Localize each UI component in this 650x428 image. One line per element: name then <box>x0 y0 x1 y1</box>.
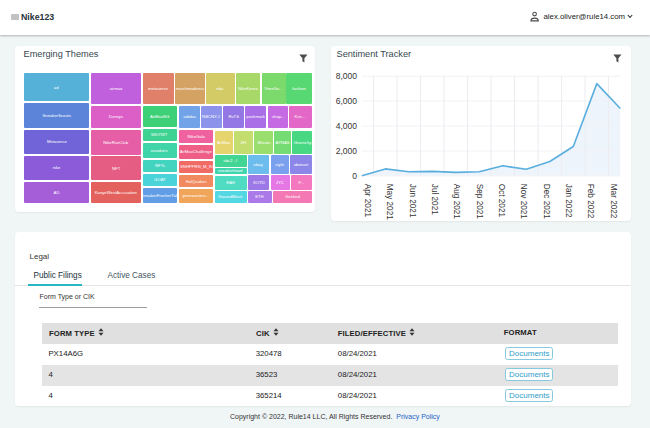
svg-text:Jan 2022: Jan 2022 <box>564 184 573 218</box>
svg-text:Mar 2022: Mar 2022 <box>609 184 618 219</box>
svg-text:Sep 2021: Sep 2021 <box>475 184 484 220</box>
svg-text:6,000: 6,000 <box>336 96 358 106</box>
svg-text:8,000: 8,000 <box>336 71 358 81</box>
svg-text:Nov 2021: Nov 2021 <box>519 184 528 219</box>
svg-text:May 2021: May 2021 <box>385 184 394 220</box>
svg-text:Apr 2021: Apr 2021 <box>363 184 372 218</box>
svg-text:Jul 2021: Jul 2021 <box>430 184 439 215</box>
svg-text:4,000: 4,000 <box>336 121 358 131</box>
svg-text:0: 0 <box>352 171 357 181</box>
svg-text:Oct 2021: Oct 2021 <box>497 184 506 218</box>
svg-text:Feb 2022: Feb 2022 <box>586 184 595 219</box>
svg-text:Jun 2021: Jun 2021 <box>408 184 417 218</box>
svg-text:Aug 2021: Aug 2021 <box>452 184 461 220</box>
svg-text:2,000: 2,000 <box>336 146 358 156</box>
svg-text:Dec 2021: Dec 2021 <box>542 184 551 219</box>
